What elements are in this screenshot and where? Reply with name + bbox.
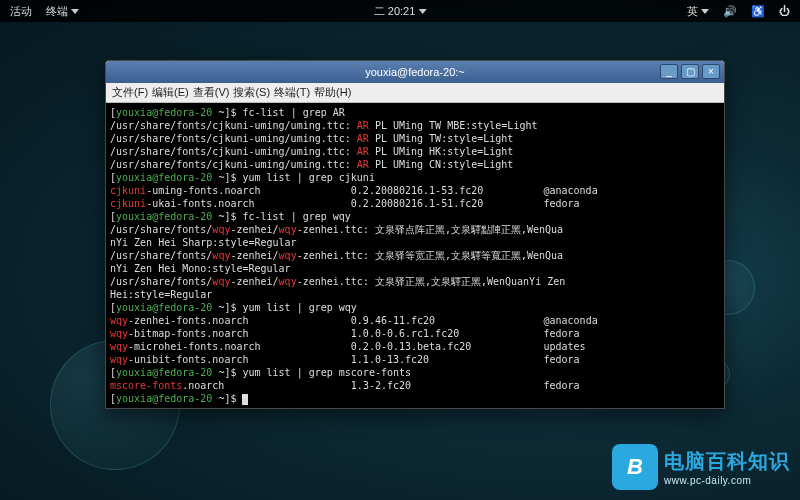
watermark-url: www.pc-daily.com — [664, 475, 790, 486]
watermark: B 电脑百科知识 www.pc-daily.com — [612, 444, 790, 490]
menubar: 文件(F) 编辑(E) 查看(V) 搜索(S) 终端(T) 帮助(H) — [106, 83, 724, 103]
app-menu[interactable]: 终端 — [46, 4, 79, 19]
clock[interactable]: 二 20:21 — [374, 4, 427, 19]
accessibility-icon[interactable]: ♿ — [751, 5, 765, 18]
menu-terminal[interactable]: 终端(T) — [274, 85, 310, 100]
terminal-window: youxia@fedora-20:~ _ ▢ × 文件(F) 编辑(E) 查看(… — [105, 60, 725, 409]
input-source-indicator[interactable]: 英 — [687, 4, 709, 19]
window-title: youxia@fedora-20:~ — [365, 66, 465, 78]
maximize-button[interactable]: ▢ — [681, 64, 699, 79]
watermark-title: 电脑百科知识 — [664, 448, 790, 475]
close-button[interactable]: × — [702, 64, 720, 79]
minimize-button[interactable]: _ — [660, 64, 678, 79]
chevron-down-icon — [71, 9, 79, 14]
menu-search[interactable]: 搜索(S) — [233, 85, 270, 100]
power-icon[interactable]: ⏻ — [779, 5, 790, 17]
gnome-topbar: 活动 终端 二 20:21 英 🔊 ♿ ⏻ — [0, 0, 800, 22]
menu-file[interactable]: 文件(F) — [112, 85, 148, 100]
volume-icon[interactable]: 🔊 — [723, 5, 737, 18]
menu-view[interactable]: 查看(V) — [193, 85, 230, 100]
chevron-down-icon — [701, 9, 709, 14]
chevron-down-icon — [418, 9, 426, 14]
terminal-output[interactable]: [youxia@fedora-20 ~]$ fc-list | grep AR … — [106, 103, 724, 408]
menu-help[interactable]: 帮助(H) — [314, 85, 351, 100]
menu-edit[interactable]: 编辑(E) — [152, 85, 189, 100]
window-titlebar[interactable]: youxia@fedora-20:~ _ ▢ × — [106, 61, 724, 83]
watermark-icon: B — [612, 444, 658, 490]
activities-button[interactable]: 活动 — [10, 4, 32, 19]
